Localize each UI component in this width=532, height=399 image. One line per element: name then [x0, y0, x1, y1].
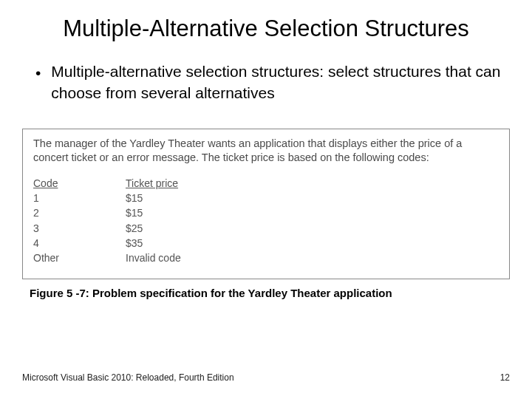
problem-specification-box: The manager of the Yardley Theater wants… [22, 129, 510, 280]
table-cell: Invalid code [126, 250, 181, 265]
footer-source: Microsoft Visual Basic 2010: Reloaded, F… [22, 372, 234, 383]
slide-footer: Microsoft Visual Basic 2010: Reloaded, F… [22, 372, 510, 383]
bullet-text: Multiple-alternative selection structure… [51, 61, 502, 103]
bullet-item: • Multiple-alternative selection structu… [35, 61, 502, 103]
table-cell: 4 [33, 236, 59, 250]
table-cell: 2 [33, 205, 59, 220]
table-cell: $15 [126, 205, 181, 220]
figure-caption: Figure 5 -7: Problem specification for t… [22, 287, 510, 299]
code-price-table: Code 1 2 3 4 Other Ticket price $15 $15 … [33, 177, 499, 265]
problem-description: The manager of the Yardley Theater wants… [33, 137, 499, 166]
table-cell: $25 [126, 221, 181, 236]
table-cell: 3 [33, 221, 59, 236]
price-column: Ticket price $15 $15 $25 $35 Invalid cod… [126, 177, 181, 265]
code-header: Code [33, 177, 59, 189]
bullet-dot-icon: • [35, 63, 41, 83]
price-header: Ticket price [126, 177, 181, 189]
table-cell: Other [33, 250, 59, 265]
footer-page-number: 12 [500, 372, 510, 383]
table-cell: $35 [126, 236, 181, 250]
slide-title: Multiple-Alternative Selection Structure… [22, 15, 510, 42]
table-cell: 1 [33, 191, 59, 205]
code-column: Code 1 2 3 4 Other [33, 177, 59, 265]
bullet-list: • Multiple-alternative selection structu… [22, 61, 510, 103]
table-cell: $15 [126, 191, 181, 205]
